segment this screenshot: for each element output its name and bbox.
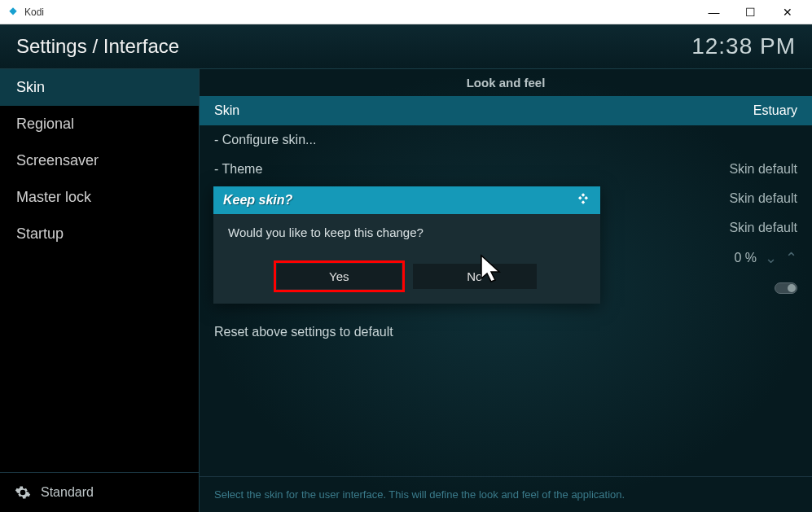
- setting-value: Skin default: [729, 191, 797, 206]
- sidebar-item-label: Screensaver: [16, 152, 99, 168]
- sidebar-items: Skin Regional Screensaver Master lock St…: [0, 69, 199, 472]
- setting-label: Reset above settings to default: [214, 325, 797, 339]
- kodi-app-icon: [7, 6, 20, 19]
- setting-configure-skin[interactable]: - Configure skin...: [200, 125, 812, 155]
- section-header: Look and feel: [200, 69, 812, 96]
- dialog-title: Keep skin?: [223, 193, 292, 208]
- setting-spacer: [200, 303, 812, 317]
- window-titlebar: Kodi — ☐ ✕: [0, 0, 812, 24]
- app-header: Settings / Interface 12:38 PM: [0, 24, 812, 69]
- dialog-buttons: Yes No: [228, 264, 586, 289]
- chevron-up-icon[interactable]: ⌃: [785, 249, 797, 267]
- sidebar-item-label: Skin: [16, 79, 45, 95]
- gear-icon: [15, 484, 31, 501]
- setting-skin[interactable]: Skin Estuary: [200, 96, 812, 125]
- setting-reset[interactable]: Reset above settings to default: [200, 317, 812, 347]
- dialog-body: Would you like to keep this change? Yes …: [213, 214, 600, 304]
- sidebar-item-regional[interactable]: Regional: [0, 106, 199, 142]
- zoom-controls: 0 % ⌄⌃: [734, 249, 797, 267]
- setting-label: Skin: [214, 103, 753, 118]
- yes-button[interactable]: Yes: [277, 264, 402, 289]
- setting-label: - Theme: [214, 162, 729, 177]
- close-button[interactable]: ✕: [769, 0, 805, 24]
- setting-value: Estuary: [753, 103, 797, 118]
- minimize-button[interactable]: —: [696, 0, 732, 24]
- sidebar-item-skin[interactable]: Skin: [0, 69, 199, 106]
- sidebar: Skin Regional Screensaver Master lock St…: [0, 69, 200, 512]
- sidebar-item-label: Master lock: [16, 189, 91, 205]
- maximize-button[interactable]: ☐: [732, 0, 769, 24]
- sidebar-item-startup[interactable]: Startup: [0, 216, 199, 252]
- setting-value: Skin default: [729, 162, 797, 177]
- setting-value: 0 %: [734, 251, 757, 265]
- toggle-switch[interactable]: [775, 282, 797, 294]
- settings-level[interactable]: Standard: [0, 472, 199, 512]
- setting-theme[interactable]: - Theme Skin default: [200, 155, 812, 184]
- sidebar-item-screensaver[interactable]: Screensaver: [0, 142, 199, 179]
- sidebar-item-label: Startup: [16, 225, 64, 242]
- clock: 12:38 PM: [691, 33, 796, 59]
- button-label: No: [467, 269, 482, 283]
- kodi-logo-icon: [576, 191, 590, 209]
- confirm-dialog: Keep skin? Would you like to keep this c…: [213, 186, 600, 304]
- dialog-header: Keep skin?: [213, 186, 600, 214]
- sidebar-item-master-lock[interactable]: Master lock: [0, 179, 199, 216]
- hint-text: Select the skin for the user interface. …: [200, 476, 812, 512]
- dialog-message: Would you like to keep this change?: [228, 225, 586, 239]
- setting-label: - Configure skin...: [214, 133, 797, 147]
- chevron-down-icon[interactable]: ⌄: [765, 249, 777, 267]
- window-controls: — ☐ ✕: [696, 0, 805, 24]
- setting-value: Skin default: [729, 221, 797, 235]
- no-button[interactable]: No: [413, 264, 538, 289]
- window-title: Kodi: [24, 7, 696, 18]
- settings-level-label: Standard: [41, 485, 94, 500]
- sidebar-item-label: Regional: [16, 116, 74, 132]
- breadcrumb: Settings / Interface: [16, 35, 179, 58]
- button-label: Yes: [329, 269, 349, 283]
